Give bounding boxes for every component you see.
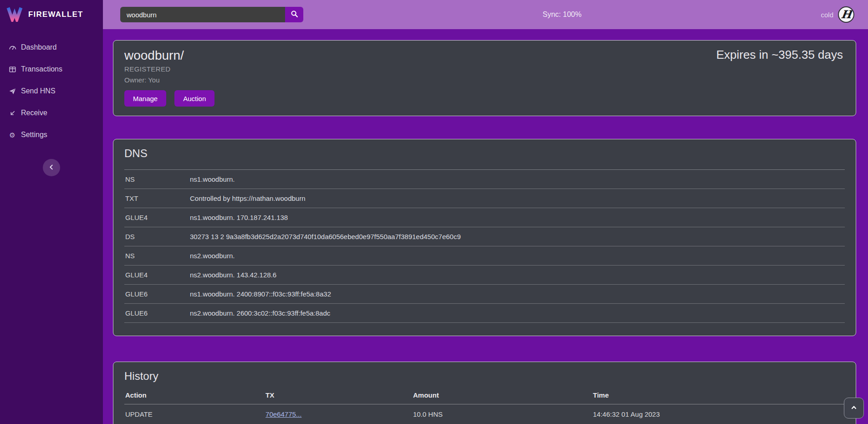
search-button[interactable] <box>285 7 303 22</box>
sidebar-nav: Dashboard Transactions Send HNS Receive … <box>0 36 103 146</box>
dns-record-value: ns2.woodburn. 2600:3c02::f03c:93ff:fe5a:… <box>190 309 330 317</box>
topbar: Sync: 100% cold H <box>103 0 868 29</box>
domain-card: woodburn/ REGISTERED Owner: You Manage A… <box>113 40 856 116</box>
sidebar-collapse-button[interactable] <box>43 159 60 176</box>
dns-record-type: NS <box>125 251 190 260</box>
sidebar-item-send-hns[interactable]: Send HNS <box>0 80 103 102</box>
main-content: woodburn/ REGISTERED Owner: You Manage A… <box>103 29 868 424</box>
history-header-row: Action TX Amount Time <box>124 388 845 404</box>
sidebar-item-transactions[interactable]: Transactions <box>0 58 103 80</box>
sidebar: FIREWALLET Dashboard Transactions Send H… <box>0 0 103 424</box>
history-col-action: Action <box>125 391 266 399</box>
search-icon <box>291 10 298 19</box>
search-input[interactable] <box>120 7 285 22</box>
sync-status: Sync: 100% <box>543 10 582 19</box>
history-row: UPDATE 70e64775... 10.0 HNS 14:46:32 01 … <box>124 404 845 424</box>
sidebar-item-settings[interactable]: ⚙ Settings <box>0 124 103 146</box>
send-icon <box>8 87 16 95</box>
history-action: UPDATE <box>125 410 266 419</box>
dns-record-type: GLUE6 <box>125 309 190 317</box>
sidebar-item-label: Transactions <box>21 65 62 73</box>
speedometer-icon <box>8 43 16 51</box>
dns-record-row: DS 30273 13 2 9a3a8fb3d625d2a2073d740f10… <box>124 227 845 246</box>
dns-record-type: GLUE6 <box>125 290 190 298</box>
receive-arrow-icon <box>8 109 16 117</box>
dns-record-value: 30273 13 2 9a3a8fb3d625d2a2073d740f10da6… <box>190 232 461 241</box>
sidebar-item-label: Settings <box>21 131 47 139</box>
tx-link[interactable]: 70e64775... <box>266 410 301 418</box>
dns-record-type: GLUE4 <box>125 213 190 222</box>
dns-record-type: TXT <box>125 194 190 203</box>
search-group <box>120 7 303 22</box>
domain-owner: Owner: You <box>124 76 845 85</box>
dns-card-title: DNS <box>124 147 845 160</box>
sidebar-item-label: Receive <box>21 109 47 117</box>
dns-record-row: GLUE4 ns2.woodburn. 143.42.128.6 <box>124 266 845 285</box>
brand-title: FIREWALLET <box>28 10 83 19</box>
scroll-to-top-button[interactable] <box>844 398 864 419</box>
firewallet-w-logo-icon <box>6 5 23 24</box>
gear-icon: ⚙ <box>8 131 16 139</box>
dns-record-value: Controlled by https://nathan.woodburn <box>190 194 306 203</box>
dns-record-row: TXT Controlled by https://nathan.woodbur… <box>124 189 845 208</box>
wallet-account: cold H <box>821 6 854 23</box>
domain-actions: Manage Auction <box>124 90 845 107</box>
domain-status: REGISTERED <box>124 65 845 74</box>
dns-card: DNS NS ns1.woodburn. TXT Controlled by h… <box>113 139 856 336</box>
dns-record-value: ns1.woodburn. 170.187.241.138 <box>190 213 288 222</box>
history-card-title: History <box>124 369 845 383</box>
handshake-logo-icon[interactable]: H <box>838 6 854 23</box>
sidebar-item-label: Send HNS <box>21 87 56 95</box>
dns-record-row: GLUE4 ns1.woodburn. 170.187.241.138 <box>124 208 845 227</box>
history-col-amount: Amount <box>413 391 593 399</box>
dns-table: NS ns1.woodburn. TXT Controlled by https… <box>124 169 845 323</box>
dns-record-value: ns2.woodburn. 143.42.128.6 <box>190 271 276 279</box>
dns-record-type: GLUE4 <box>125 271 190 279</box>
dns-record-row: NS ns2.woodburn. <box>124 246 845 266</box>
chevron-left-icon <box>48 164 55 172</box>
dns-record-row: GLUE6 ns2.woodburn. 2600:3c02::f03c:93ff… <box>124 304 845 323</box>
brand: FIREWALLET <box>0 0 103 29</box>
manage-button[interactable]: Manage <box>124 90 166 107</box>
auction-button[interactable]: Auction <box>174 90 214 107</box>
dns-record-type: DS <box>125 232 190 241</box>
dns-record-value: ns2.woodburn. <box>190 251 235 260</box>
wallet-name-label: cold <box>821 11 833 19</box>
history-card: History Action TX Amount Time UPDATE 70e… <box>113 362 856 424</box>
dns-record-row: NS ns1.woodburn. <box>124 169 845 189</box>
history-col-time: Time <box>593 391 845 399</box>
sidebar-item-dashboard[interactable]: Dashboard <box>0 36 103 58</box>
sidebar-item-receive[interactable]: Receive <box>0 102 103 124</box>
dns-record-row: GLUE6 ns1.woodburn. 2400:8907::f03c:93ff… <box>124 285 845 304</box>
dns-record-value: ns1.woodburn. <box>190 175 235 184</box>
dns-record-type: NS <box>125 175 190 184</box>
sidebar-item-label: Dashboard <box>21 43 56 51</box>
history-time: 14:46:32 01 Aug 2023 <box>593 410 845 419</box>
history-amount: 10.0 HNS <box>413 410 593 419</box>
chevron-up-icon <box>850 404 858 413</box>
expires-label: Expires in ~395.35 days <box>716 48 843 62</box>
table-icon <box>8 65 16 73</box>
history-table: Action TX Amount Time UPDATE 70e64775...… <box>124 388 845 424</box>
history-col-tx: TX <box>266 391 413 399</box>
dns-record-value: ns1.woodburn. 2400:8907::f03c:93ff:fe5a:… <box>190 290 331 298</box>
